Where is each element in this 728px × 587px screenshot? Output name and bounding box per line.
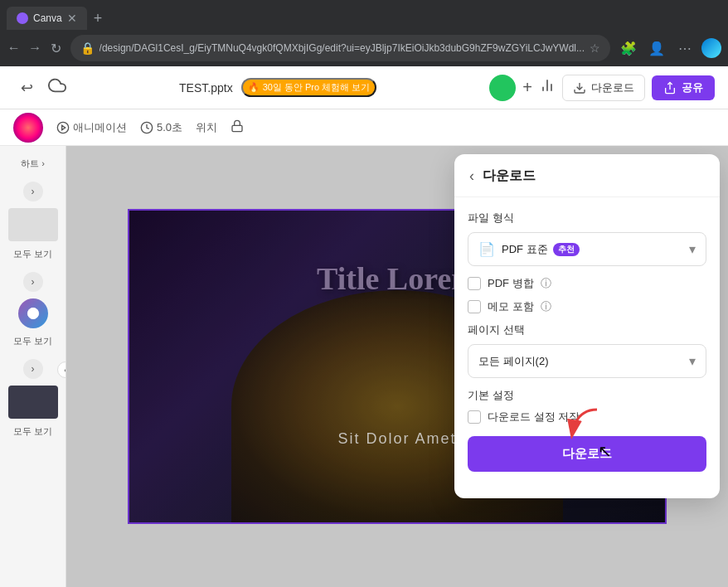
- pro-icon: 🔥: [248, 82, 260, 93]
- tab-label: Canva: [33, 12, 62, 24]
- sidebar-section-1: 하트 ›: [0, 153, 66, 175]
- tab-favicon: [17, 12, 28, 24]
- view-all-btn-1[interactable]: 모두 보기: [4, 243, 62, 265]
- sidebar-section-4: 모두 보기: [0, 386, 66, 443]
- view-all-label-3: 모두 보기: [13, 425, 52, 438]
- share-button[interactable]: 공유: [652, 75, 715, 100]
- view-all-btn-2[interactable]: 모두 보기: [4, 330, 62, 352]
- pdf-flatten-help-icon[interactable]: ⓘ: [541, 276, 551, 291]
- cloud-save-button[interactable]: [48, 76, 66, 99]
- sidebar-heart-label: 하트 ›: [21, 158, 45, 170]
- more-btn[interactable]: ⋯: [673, 36, 696, 60]
- dropdown-arrow-icon: ▾: [689, 241, 696, 257]
- download-label: 다운로드: [591, 80, 634, 95]
- sidebar-section-3: 모두 보기: [0, 298, 66, 352]
- download-button[interactable]: 다운로드: [562, 75, 645, 101]
- settings-section-label: 기본 설정: [468, 388, 706, 403]
- refresh-button[interactable]: ↻: [49, 36, 64, 60]
- bookmark-icon[interactable]: ☆: [590, 41, 600, 55]
- slide-thumb-2[interactable]: [8, 386, 58, 419]
- app-toolbar: ↩ TEST.pptx 🔥 30일 동안 Pro 체험해 보기 + 다운로드: [0, 66, 728, 109]
- pro-label: 30일 동안 Pro 체험해 보기: [263, 81, 371, 94]
- notes-label: 메모 포함: [488, 299, 534, 314]
- browser-tab-bar: Canva ✕ +: [0, 0, 728, 30]
- page-dropdown-arrow-icon: ▾: [689, 353, 696, 369]
- chart-button[interactable]: [539, 77, 556, 98]
- tab-close-btn[interactable]: ✕: [67, 12, 77, 25]
- animation-label: 애니메이션: [73, 120, 127, 135]
- position-label: 위치: [196, 121, 217, 133]
- animation-button[interactable]: 애니메이션: [56, 120, 127, 135]
- view-all-label-1: 모두 보기: [13, 248, 52, 260]
- panel-back-button[interactable]: ‹: [468, 166, 476, 187]
- notes-row: 메모 포함 ⓘ: [468, 299, 706, 314]
- toolbar-center: TEST.pptx 🔥 30일 동안 Pro 체험해 보기: [76, 78, 479, 97]
- svg-point-9: [27, 308, 38, 318]
- format-value: PDF 표준 추천: [502, 242, 682, 257]
- pdf-icon: 📄: [478, 241, 495, 257]
- download-panel: ‹ 다운로드 파일 형식 📄 PDF 표준 추천 ▾ PDF 병합: [454, 154, 720, 498]
- time-label: 5.0초: [157, 120, 182, 135]
- svg-point-5: [57, 122, 68, 133]
- sidebar-section-2: 모두 보기: [0, 208, 66, 265]
- svg-marker-6: [62, 125, 66, 129]
- edge-icon: [701, 38, 721, 58]
- file-format-label: 파일 형식: [468, 211, 706, 226]
- slide-thumb-1[interactable]: [8, 208, 58, 241]
- lock-button[interactable]: [231, 119, 244, 136]
- address-bar[interactable]: 🔒 /design/DAGl1CesI_g/EiyTMNuQ4vgk0fQMXb…: [70, 35, 610, 61]
- notes-help-icon[interactable]: ⓘ: [541, 299, 551, 314]
- view-all-label-2: 모두 보기: [13, 335, 52, 347]
- recommended-badge: 추천: [553, 243, 580, 256]
- panel-title: 다운로드: [483, 167, 536, 185]
- pdf-flatten-row: PDF 병합 ⓘ: [468, 276, 706, 291]
- toolbar-left: ↩: [13, 75, 66, 101]
- sidebar-heart-btn[interactable]: 하트 ›: [4, 153, 62, 175]
- add-button[interactable]: +: [522, 78, 532, 97]
- back-button[interactable]: ←: [7, 36, 22, 60]
- pdf-flatten-label: PDF 병합: [488, 276, 534, 291]
- format-dropdown[interactable]: 📄 PDF 표준 추천 ▾: [468, 232, 706, 266]
- green-circle-btn[interactable]: [489, 75, 516, 101]
- canvas-area[interactable]: Title Lorem Sit Dolor Amet ‹ 다운로드 파일 형식 …: [66, 146, 728, 587]
- browser-tab[interactable]: Canva ✕: [7, 7, 87, 30]
- sidebar-collapse-btn[interactable]: ‹: [57, 361, 66, 378]
- time-button[interactable]: 5.0초: [140, 120, 182, 135]
- svg-rect-8: [232, 125, 242, 131]
- sidebar-down-arrow-1[interactable]: ›: [23, 182, 43, 201]
- undo-button[interactable]: ↩: [13, 75, 40, 101]
- save-settings-checkbox[interactable]: [468, 410, 481, 424]
- share-label: 공유: [682, 80, 703, 95]
- position-button[interactable]: 위치: [196, 120, 217, 135]
- color-picker-btn[interactable]: [13, 113, 43, 143]
- panel-header: ‹ 다운로드: [454, 154, 720, 197]
- address-text: /design/DAGl1CesI_g/EiyTMNuQ4vgk0fQMXbjI…: [99, 42, 585, 54]
- secondary-toolbar: 애니메이션 5.0초 위치: [0, 109, 728, 146]
- pro-trial-button[interactable]: 🔥 30일 동안 Pro 체험해 보기: [241, 78, 377, 97]
- forward-button[interactable]: →: [28, 36, 43, 60]
- notes-checkbox[interactable]: [468, 300, 481, 313]
- sidebar-down-arrow-2[interactable]: ›: [23, 272, 43, 292]
- view-all-btn-3[interactable]: 모두 보기: [4, 420, 62, 443]
- sidebar-down-arrow-3[interactable]: ›: [23, 359, 43, 379]
- browser-nav-bar: ← → ↻ 🔒 /design/DAGl1CesI_g/EiyTMNuQ4vgk…: [0, 30, 728, 66]
- nav-icons: 🧩 👤 ⋯: [617, 36, 721, 60]
- extensions-btn[interactable]: 🧩: [617, 36, 640, 60]
- sidebar: 하트 › › 모두 보기 › 모두 보기 ›: [0, 146, 66, 587]
- cursor: ↖: [598, 441, 612, 461]
- file-name: TEST.pptx: [179, 81, 233, 95]
- pdf-flatten-checkbox[interactable]: [468, 277, 481, 290]
- new-tab-button[interactable]: +: [94, 10, 103, 27]
- page-dropdown[interactable]: 모든 페이지(2) ▾: [468, 344, 706, 378]
- sidebar-circle-btn[interactable]: [18, 298, 48, 328]
- page-value: 모든 페이지(2): [478, 354, 689, 369]
- page-select-label: 페이지 선택: [468, 323, 706, 337]
- toolbar-right: + 다운로드 공유: [489, 75, 715, 101]
- main-layout: 하트 › › 모두 보기 › 모두 보기 ›: [0, 146, 728, 587]
- profile-btn[interactable]: 👤: [645, 36, 668, 60]
